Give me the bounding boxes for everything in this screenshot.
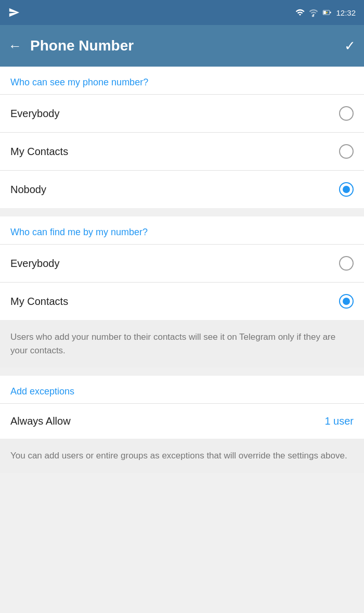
radio-everybody2[interactable] [339, 256, 354, 271]
option-everybody2-label: Everybody [10, 258, 60, 270]
option-everybody1-label: Everybody [10, 108, 60, 120]
option-nobody[interactable]: Nobody [0, 170, 364, 208]
exceptions-info: You can add users or entire groups as ex… [0, 439, 364, 473]
status-time: 12:32 [336, 8, 356, 17]
svg-rect-5 [330, 12, 331, 14]
page-title: Phone Number [30, 37, 344, 54]
status-bar: ⚡ 12:32 [0, 0, 364, 25]
telegram-icon [8, 7, 20, 18]
exceptions-label: Add exceptions [0, 376, 364, 403]
signal-icon [309, 8, 318, 17]
always-allow-label: Always Allow [10, 415, 71, 427]
option-mycontacts1[interactable]: My Contacts [0, 132, 364, 170]
svg-rect-1 [312, 15, 313, 17]
option-mycontacts2[interactable]: My Contacts [0, 282, 364, 320]
section2-container: Who can find me by my number? Everybody … [0, 216, 364, 367]
radio-mycontacts2[interactable] [339, 294, 354, 309]
section2-label: Who can find me by my number? [0, 216, 364, 244]
section1-label: Who can see my phone number? [0, 67, 364, 94]
toolbar: ← Phone Number ✓ [0, 25, 364, 67]
section2-info: Users who add your number to their conta… [0, 320, 364, 367]
option-nobody-label: Nobody [10, 184, 46, 196]
svg-text:⚡: ⚡ [325, 11, 329, 15]
back-button[interactable]: ← [8, 38, 22, 54]
radio-nobody[interactable] [339, 182, 354, 197]
exceptions-container: Add exceptions Always Allow 1 user You c… [0, 376, 364, 473]
option-everybody1[interactable]: Everybody [0, 94, 364, 132]
battery-icon: ⚡ [321, 8, 333, 17]
svg-rect-0 [314, 15, 315, 17]
status-bar-right: ⚡ 12:32 [294, 8, 356, 17]
always-allow-row[interactable]: Always Allow 1 user [0, 403, 364, 439]
option-everybody2[interactable]: Everybody [0, 244, 364, 282]
section-divider-1 [0, 208, 364, 216]
wifi-icon [294, 8, 306, 17]
section-divider-2 [0, 367, 364, 376]
confirm-button[interactable]: ✓ [344, 38, 356, 54]
section1-container: Who can see my phone number? Everybody M… [0, 67, 364, 208]
status-bar-left [8, 7, 20, 18]
option-mycontacts1-label: My Contacts [10, 146, 68, 158]
user-count: 1 user [324, 415, 354, 427]
option-mycontacts2-label: My Contacts [10, 296, 68, 308]
radio-mycontacts1[interactable] [339, 144, 354, 159]
radio-everybody1[interactable] [339, 106, 354, 121]
